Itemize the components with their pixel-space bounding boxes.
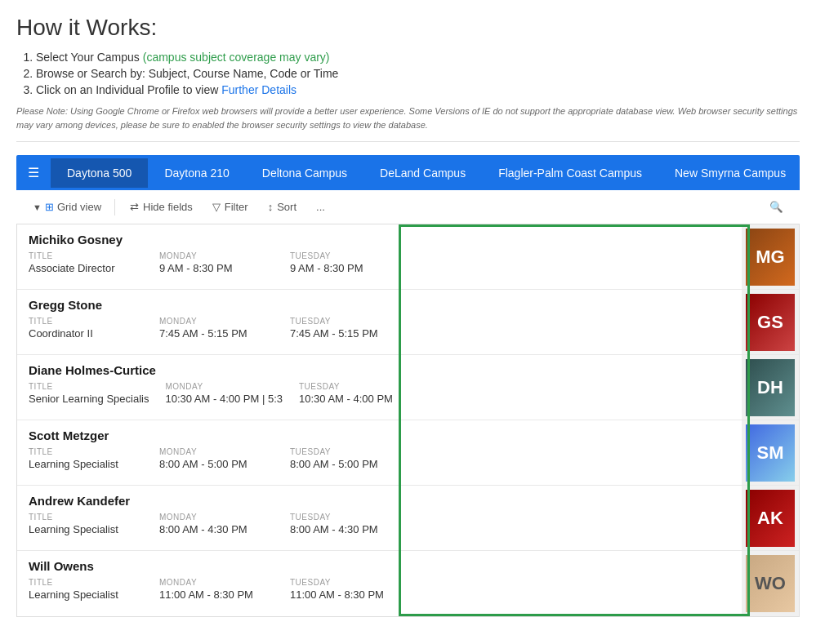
monday-label: MONDAY xyxy=(159,251,274,260)
person-photo: AK xyxy=(742,486,799,550)
title-label: TITLE xyxy=(29,251,143,260)
tuesday-label: TUESDAY xyxy=(290,578,404,587)
more-icon: ... xyxy=(316,201,325,213)
title-label: TITLE xyxy=(29,513,143,522)
monday-label: MONDAY xyxy=(159,317,274,326)
avatar: DH xyxy=(746,359,795,416)
campus-note: (campus subject coverage may vary) xyxy=(143,51,330,64)
person-name: Will Owens xyxy=(29,559,730,573)
tuesday-value: 8:00 AM - 4:30 PM xyxy=(290,523,404,535)
title-label: TITLE xyxy=(29,317,143,326)
monday-value: 10:30 AM - 4:00 PM | 5:3 xyxy=(165,393,283,405)
search-button[interactable]: 🔍 xyxy=(763,197,790,217)
monday-value: 9 AM - 8:30 PM xyxy=(159,262,274,274)
title-field: TITLE Learning Specialist xyxy=(29,447,143,470)
dropdown-arrow: ▼ xyxy=(33,202,42,212)
hide-fields-icon: ⇄ xyxy=(130,201,139,213)
view-dropdown[interactable]: ▼ ⊞ Grid view xyxy=(26,197,108,217)
table-row[interactable]: Scott Metzger TITLE Learning Specialist … xyxy=(17,420,799,486)
view-label: Grid view xyxy=(57,201,101,213)
table-row[interactable]: Michiko Gosney TITLE Associate Director … xyxy=(17,224,799,290)
avatar: MG xyxy=(746,229,795,286)
title-value: Coordinator II xyxy=(29,327,143,340)
monday-label: MONDAY xyxy=(159,447,274,456)
title-field: TITLE Learning Specialist xyxy=(29,578,143,601)
title-value: Associate Director xyxy=(29,262,143,274)
records-grid: Michiko Gosney TITLE Associate Director … xyxy=(16,224,800,617)
row-fields: TITLE Learning Specialist MONDAY 11:00 A… xyxy=(29,578,730,601)
title-label: TITLE xyxy=(29,578,143,587)
monday-value: 8:00 AM - 4:30 PM xyxy=(159,523,274,535)
tuesday-value: 11:00 AM - 8:30 PM xyxy=(290,588,404,601)
separator-1 xyxy=(114,199,115,215)
row-main-content: Will Owens TITLE Learning Specialist MON… xyxy=(17,551,742,616)
tuesday-label: TUESDAY xyxy=(290,447,404,456)
filter-icon: ▽ xyxy=(212,201,221,213)
campus-tab-bar: ☰ Daytona 500 Daytona 210 Deltona Campus… xyxy=(16,155,800,190)
avatar: WO xyxy=(746,555,795,612)
sort-label: Sort xyxy=(277,201,297,213)
page-title: How it Works: xyxy=(16,15,800,41)
sort-icon: ↕ xyxy=(268,201,274,213)
tab-deltona[interactable]: Deltona Campus xyxy=(246,158,363,188)
filter-button[interactable]: ▽ Filter xyxy=(204,197,256,217)
row-fields: TITLE Learning Specialist MONDAY 8:00 AM… xyxy=(29,513,730,535)
more-options-button[interactable]: ... xyxy=(308,197,333,217)
tuesday-field: TUESDAY 9 AM - 8:30 PM xyxy=(290,251,404,274)
row-main-content: Gregg Stone TITLE Coordinator II MONDAY … xyxy=(17,290,742,354)
tuesday-label: TUESDAY xyxy=(290,317,404,326)
avatar: SM xyxy=(746,424,795,482)
title-value: Learning Specialist xyxy=(29,523,143,535)
tuesday-field: TUESDAY 10:30 AM - 4:00 PM xyxy=(299,382,413,405)
table-row[interactable]: Gregg Stone TITLE Coordinator II MONDAY … xyxy=(17,290,799,355)
tuesday-field: TUESDAY 11:00 AM - 8:30 PM xyxy=(290,578,404,601)
title-value: Learning Specialist xyxy=(29,458,143,470)
title-field: TITLE Associate Director xyxy=(29,251,143,274)
avatar: GS xyxy=(746,294,795,351)
search-icon: 🔍 xyxy=(769,201,783,213)
tab-flagler[interactable]: Flagler-Palm Coast Campus xyxy=(482,158,658,188)
monday-value: 11:00 AM - 8:30 PM xyxy=(159,588,274,601)
monday-field: MONDAY 10:30 AM - 4:00 PM | 5:3 xyxy=(165,382,283,405)
row-main-content: Diane Holmes-Curtice TITLE Senior Learni… xyxy=(17,355,742,420)
tab-deland[interactable]: DeLand Campus xyxy=(363,158,482,188)
monday-label: MONDAY xyxy=(165,382,283,391)
person-photo: GS xyxy=(742,290,799,354)
sort-button[interactable]: ↕ Sort xyxy=(260,197,305,217)
monday-field: MONDAY 7:45 AM - 5:15 PM xyxy=(159,317,274,340)
monday-value: 8:00 AM - 5:00 PM xyxy=(159,458,274,470)
instruction-3: Click on an Individual Profile to view F… xyxy=(36,83,800,96)
hide-fields-button[interactable]: ⇄ Hide fields xyxy=(122,197,201,217)
table-row[interactable]: Will Owens TITLE Learning Specialist MON… xyxy=(17,551,799,616)
tuesday-field: TUESDAY 8:00 AM - 4:30 PM xyxy=(290,513,404,535)
title-label: TITLE xyxy=(29,382,149,391)
tab-daytona-500[interactable]: Daytona 500 xyxy=(51,158,148,188)
person-name: Gregg Stone xyxy=(29,298,730,312)
person-photo: WO xyxy=(742,551,799,616)
tuesday-field: TUESDAY 8:00 AM - 5:00 PM xyxy=(290,447,404,470)
title-field: TITLE Learning Specialist xyxy=(29,513,143,535)
tuesday-label: TUESDAY xyxy=(290,513,404,522)
table-row[interactable]: Diane Holmes-Curtice TITLE Senior Learni… xyxy=(17,355,799,420)
tab-daytona-210[interactable]: Daytona 210 xyxy=(148,158,245,188)
row-fields: TITLE Learning Specialist MONDAY 8:00 AM… xyxy=(29,447,730,470)
title-field: TITLE Coordinator II xyxy=(29,317,143,340)
table-row[interactable]: Andrew Kandefer TITLE Learning Specialis… xyxy=(17,486,799,551)
monday-field: MONDAY 8:00 AM - 5:00 PM xyxy=(159,447,274,470)
person-photo: DH xyxy=(742,355,799,420)
monday-label: MONDAY xyxy=(159,513,274,522)
instructions-section: Select Your Campus (campus subject cover… xyxy=(16,51,800,96)
monday-field: MONDAY 8:00 AM - 4:30 PM xyxy=(159,513,274,535)
monday-label: MONDAY xyxy=(159,578,274,587)
monday-field: MONDAY 9 AM - 8:30 PM xyxy=(159,251,274,274)
hamburger-menu[interactable]: ☰ xyxy=(16,155,51,190)
person-photo: MG xyxy=(742,224,799,289)
monday-field: MONDAY 11:00 AM - 8:30 PM xyxy=(159,578,274,601)
title-value: Senior Learning Specialis xyxy=(29,393,149,405)
tab-new-smyrna[interactable]: New Smyrna Campus xyxy=(658,158,802,188)
tuesday-label: TUESDAY xyxy=(290,251,404,260)
further-details-link[interactable]: Further Details xyxy=(221,83,297,96)
title-field: TITLE Senior Learning Specialis xyxy=(29,382,149,405)
grid-toolbar: ▼ ⊞ Grid view ⇄ Hide fields ▽ Filter ↕ S… xyxy=(16,190,800,224)
filter-label: Filter xyxy=(225,201,248,213)
